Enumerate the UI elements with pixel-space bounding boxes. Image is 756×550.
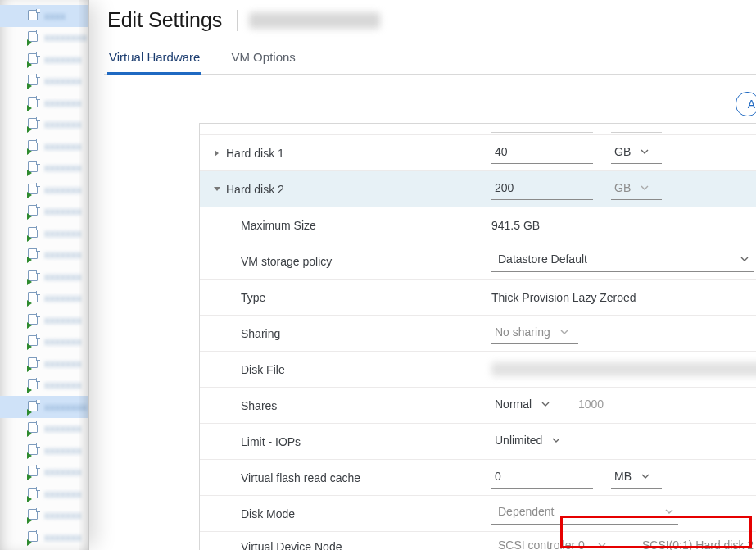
vm-icon — [28, 248, 39, 261]
vm-icon — [28, 401, 39, 413]
caret-down-icon[interactable] — [211, 186, 223, 193]
tree-item[interactable]: xxxxxxx — [0, 266, 88, 288]
tree-item-selected[interactable]: xxxxxxxx — [0, 396, 88, 418]
device-node-controller-select[interactable]: SCSI controller 0 — [491, 536, 611, 550]
tree-item-label: xxxxxxx — [44, 118, 82, 130]
tree-item-label: xxxxxxx — [44, 422, 82, 434]
vm-tree-sidebar: xxxx xxxxxxxx xxxxxxx xxxxxxx xxxxxxx xx… — [0, 0, 89, 550]
tree-item[interactable]: xxxxxxx — [0, 92, 88, 114]
chevron-down-icon — [641, 474, 650, 479]
storage-policy-label: VM storage policy — [241, 255, 332, 268]
sharing-select[interactable]: No sharing — [491, 323, 578, 344]
vm-icon — [28, 53, 39, 66]
tree-item[interactable]: xxxxxxx — [0, 157, 88, 180]
device-node-slot-select[interactable]: SCSI(0:1) Hard disk 2 — [636, 536, 756, 550]
tree-item[interactable]: xxxxxxx — [0, 461, 88, 484]
tree-item[interactable]: xxxxxxx — [0, 179, 88, 201]
tree-item[interactable]: xxxxxxx — [0, 201, 88, 223]
tree-item-label: xxxxxxx — [44, 184, 82, 196]
device-node-slot-value: SCSI(0:1) Hard disk 2 — [642, 539, 754, 550]
tab-virtual-hardware[interactable]: Virtual Hardware — [107, 45, 201, 75]
tree-item-label: xxxxxxx — [44, 292, 82, 304]
flash-value-input[interactable]: 0 — [491, 467, 593, 489]
limit-value: Unlimited — [495, 434, 542, 447]
tree-item[interactable]: xxxxxxx — [0, 439, 88, 461]
vm-tree[interactable]: xxxx xxxxxxxx xxxxxxx xxxxxxx xxxxxxx xx… — [0, 5, 88, 548]
tree-item-label: xxxxxxx — [44, 75, 82, 87]
caret-right-icon[interactable] — [211, 149, 223, 157]
tree-item-label: xxxxxxx — [44, 53, 82, 66]
hard-disk-2-unit-select[interactable]: GB — [611, 179, 662, 200]
tree-item[interactable]: xxxxxxx — [0, 526, 88, 548]
tree-item[interactable]: xxxxxxx — [0, 483, 88, 505]
shares-level-select[interactable]: Normal — [491, 395, 557, 416]
vm-icon — [28, 205, 39, 217]
tree-item-label: xxxxxxx — [44, 205, 82, 217]
tree-item-label: xxxxxxxx — [44, 31, 87, 43]
row-sharing: Sharing No sharing — [200, 316, 756, 352]
vm-icon — [28, 357, 39, 370]
tree-item[interactable]: xxxxxxx — [0, 418, 88, 440]
tree-item[interactable]: xxxxxxx — [0, 48, 88, 70]
storage-policy-select[interactable]: Datastore Default — [491, 251, 754, 272]
tab-bar: Virtual Hardware VM Options — [104, 45, 756, 75]
hard-disk-1-unit-select[interactable]: GB — [611, 143, 662, 164]
row-hard-disk-2[interactable]: Hard disk 2 200 GB — [200, 171, 756, 207]
panel-scroll-edge — [200, 124, 756, 135]
flash-unit-select[interactable]: MB — [611, 467, 662, 489]
vm-doc-icon — [28, 10, 39, 22]
tree-item[interactable]: xxxxxxx — [0, 352, 88, 375]
vm-icon — [28, 161, 39, 174]
vm-icon — [28, 118, 39, 130]
row-shares: Shares Normal 1000 — [200, 388, 756, 424]
row-storage-policy: VM storage policy Datastore Default — [200, 243, 756, 280]
chevron-down-icon — [541, 402, 550, 407]
tree-item-label: xxxxxxx — [44, 248, 82, 261]
dialog-title: Edit Settings — [107, 8, 222, 32]
limit-label: Limit - IOPs — [241, 435, 301, 448]
tree-item[interactable]: xxxxxxx — [0, 375, 88, 397]
row-virtual-device-node: Virtual Device Node SCSI controller 0 SC… — [200, 532, 756, 550]
shares-label: Shares — [241, 399, 277, 412]
tree-item[interactable]: xxxxxxx — [0, 309, 88, 331]
tree-item-label: xxxxxxx — [44, 531, 82, 543]
disk-mode-select[interactable]: Dependent — [491, 503, 678, 525]
tree-item-label: xxxxxxx — [44, 466, 82, 478]
shares-value-input[interactable]: 1000 — [575, 395, 665, 416]
tree-item[interactable]: xxxxxxx — [0, 505, 88, 527]
tree-item[interactable]: xxxxxxx — [0, 288, 88, 310]
chevron-down-icon — [560, 330, 568, 334]
hard-disk-1-size-input[interactable]: 40 — [491, 143, 593, 164]
tree-item-label: xxxxxxx — [44, 97, 82, 109]
add-device-label: A — [748, 98, 755, 111]
tab-vm-options[interactable]: VM Options — [229, 45, 297, 75]
tree-item-label: xxxxxxx — [44, 161, 82, 174]
tree-item[interactable]: xxxxxxx — [0, 114, 88, 136]
tree-item[interactable]: xxxxxxx — [0, 244, 88, 266]
tree-item[interactable]: xxxxxxxx — [0, 27, 88, 49]
tree-item[interactable]: xxxx — [0, 5, 88, 27]
tree-item[interactable]: xxxxxxx — [0, 222, 88, 244]
max-size-value: 941.5 GB — [491, 219, 540, 232]
vm-icon — [28, 422, 39, 434]
tree-item[interactable]: xxxxxxx — [0, 70, 88, 93]
vm-icon — [28, 270, 39, 283]
vm-icon — [28, 31, 39, 43]
disk-mode-label: Disk Mode — [241, 507, 295, 520]
chevron-down-icon — [665, 509, 673, 514]
row-disk-mode: Disk Mode Dependent — [200, 496, 756, 532]
tree-item[interactable]: xxxxxxx — [0, 331, 88, 353]
type-label: Type — [241, 291, 265, 304]
vm-name-redacted — [249, 12, 380, 29]
storage-policy-value: Datastore Default — [498, 252, 587, 266]
add-device-button[interactable]: A — [736, 92, 756, 116]
limit-select[interactable]: Unlimited — [491, 431, 570, 452]
row-virtual-flash: Virtual flash read cache 0 MB — [200, 460, 756, 496]
hard-disk-2-size-input[interactable]: 200 — [491, 179, 593, 200]
row-hard-disk-1[interactable]: Hard disk 1 40 GB — [200, 135, 756, 171]
hardware-settings-panel: Hard disk 1 40 GB Hard disk 2 200 — [199, 123, 756, 550]
tree-item-label: xxxxxxx — [44, 227, 82, 239]
tree-item[interactable]: xxxxxxx — [0, 135, 88, 157]
row-type: Type Thick Provision Lazy Zeroed — [200, 280, 756, 316]
hard-disk-1-label: Hard disk 1 — [226, 147, 284, 160]
